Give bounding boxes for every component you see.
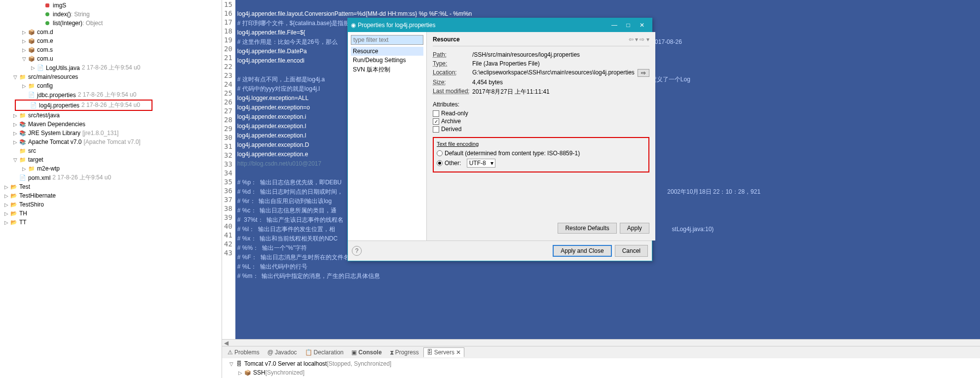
expand-arrow-icon[interactable]: ▷ bbox=[3, 184, 10, 190]
tree-item[interactable]: list(Integer) : Object bbox=[0, 19, 222, 28]
tab-declaration[interactable]: 📋 Declaration bbox=[302, 347, 347, 357]
file-icon: 📄 bbox=[19, 174, 27, 182]
bottom-tab-bar: ⚠ Problems @ Javadoc 📋 Declaration ▣ Con… bbox=[222, 346, 980, 358]
tree-item[interactable]: 📄pom.xml 2 17-8-26 上午9:54 u0 bbox=[0, 173, 222, 182]
nav-history[interactable]: ⇦ ▾ ⇨ ▾ bbox=[629, 36, 649, 43]
radio-default-encoding[interactable] bbox=[437, 150, 443, 156]
server-module-row[interactable]: ▷📦SSH [Synchronized] bbox=[226, 368, 976, 377]
help-icon[interactable]: ? bbox=[352, 246, 362, 256]
expand-arrow-icon[interactable]: ▷ bbox=[21, 38, 28, 44]
cancel-button[interactable]: Cancel bbox=[615, 245, 648, 257]
collapse-arrow-icon[interactable]: ▽ bbox=[228, 361, 235, 367]
filter-input[interactable] bbox=[351, 35, 423, 45]
package-icon: 📦 bbox=[28, 55, 36, 63]
tree-item-log4j[interactable]: 📄log4j.properties 2 17-8-26 上午9:54 u0 bbox=[17, 101, 151, 110]
expand-arrow-icon[interactable]: ▷ bbox=[3, 220, 10, 225]
project-explorer[interactable]: imgS index() : String list(Integer) : Ob… bbox=[0, 0, 222, 378]
expand-arrow-icon[interactable]: ▷ bbox=[3, 202, 10, 207]
dialog-title: Properties for log4j.properties bbox=[358, 22, 607, 29]
nav-resource[interactable]: Resource bbox=[351, 47, 423, 56]
tab-problems[interactable]: ⚠ Problems bbox=[224, 347, 263, 357]
package-icon: 📦 bbox=[28, 28, 36, 36]
apply-button[interactable]: Apply bbox=[620, 223, 649, 234]
close-button[interactable]: ✕ bbox=[635, 20, 649, 30]
attributes-heading: Attributes: bbox=[433, 101, 649, 108]
dialog-icon: ◉ bbox=[351, 22, 356, 29]
expand-arrow-icon[interactable]: ▷ bbox=[21, 166, 28, 172]
tree-item[interactable]: ▷📄LogUtils.java 2 17-8-26 上午9:54 u0 bbox=[0, 63, 222, 72]
checkbox-derived[interactable] bbox=[433, 126, 439, 133]
label-size: Size: bbox=[433, 79, 472, 86]
expand-arrow-icon[interactable]: ▷ bbox=[30, 65, 37, 70]
value-modified: 2017年8月27日 上午11:11:41 bbox=[472, 88, 649, 96]
nav-svn[interactable]: SVN 版本控制 bbox=[351, 65, 423, 75]
expand-arrow-icon[interactable]: ▷ bbox=[21, 30, 28, 35]
folder-icon: 📁 bbox=[19, 156, 27, 164]
tree-item[interactable]: ▽📦com.u bbox=[0, 54, 222, 63]
server-row[interactable]: ▽🗄Tomcat v7.0 Server at localhost [Stopp… bbox=[226, 359, 976, 368]
dialog-content: Resource ⇦ ▾ ⇨ ▾ Path:/SSH/src/main/reso… bbox=[427, 32, 655, 241]
dialog-titlebar[interactable]: ◉ Properties for log4j.properties — □ ✕ bbox=[348, 18, 652, 32]
tree-item[interactable]: ▷📦com.d bbox=[0, 28, 222, 36]
horizontal-scrollbar[interactable]: ◀ bbox=[222, 339, 980, 346]
minimize-button[interactable]: — bbox=[607, 20, 621, 30]
tree-item[interactable]: ▷📦com.e bbox=[0, 36, 222, 45]
tab-servers[interactable]: 🗄 Servers ✕ bbox=[423, 347, 464, 357]
folder-icon: 📁 bbox=[19, 147, 27, 155]
restore-defaults-button[interactable]: Restore Defaults bbox=[558, 223, 616, 234]
collapse-arrow-icon[interactable]: ▽ bbox=[12, 157, 19, 163]
tree-label: imgS bbox=[53, 2, 66, 9]
dialog-heading: Resource bbox=[433, 36, 629, 43]
expand-arrow-icon[interactable]: ▷ bbox=[237, 370, 244, 376]
tab-progress[interactable]: ⧗ Progress bbox=[386, 347, 422, 357]
nav-rundebug[interactable]: Run/Debug Settings bbox=[351, 56, 423, 65]
tree-item[interactable]: ▽📁src/main/resources bbox=[0, 72, 222, 81]
file-icon: 📄 bbox=[30, 102, 38, 109]
tree-item[interactable]: ▷📚Maven Dependencies bbox=[0, 120, 222, 129]
encoding-select[interactable]: UTF-8 ▾ bbox=[467, 159, 495, 168]
maximize-button[interactable]: □ bbox=[621, 20, 635, 30]
expand-arrow-icon[interactable]: ▷ bbox=[12, 131, 19, 136]
collapse-arrow-icon[interactable]: ▽ bbox=[21, 56, 28, 62]
checkbox-archive[interactable]: ✓ bbox=[433, 118, 439, 125]
tree-label: index() bbox=[53, 11, 71, 18]
apply-and-close-button[interactable]: Apply and Close bbox=[553, 245, 611, 257]
expand-arrow-icon[interactable]: ▷ bbox=[3, 211, 10, 216]
package-icon: 📦 bbox=[28, 37, 36, 45]
expand-arrow-icon[interactable]: ▷ bbox=[3, 193, 10, 199]
project-icon: 📂 bbox=[10, 218, 18, 226]
tree-item[interactable]: index() : String bbox=[0, 10, 222, 19]
dialog-nav: Resource Run/Debug Settings SVN 版本控制 bbox=[348, 32, 427, 241]
expand-arrow-icon[interactable]: ▷ bbox=[21, 47, 28, 53]
expand-arrow-icon[interactable]: ▷ bbox=[12, 139, 19, 145]
browse-button[interactable]: ⇨ bbox=[638, 69, 649, 77]
tree-item[interactable]: ▽📁target bbox=[0, 155, 222, 164]
tab-javadoc[interactable]: @ Javadoc bbox=[264, 347, 301, 357]
tree-item[interactable]: ▷📁src/test/java bbox=[0, 111, 222, 120]
tree-item[interactable]: ▷📂Test bbox=[0, 182, 222, 191]
tree-item[interactable]: ▷📦com.s bbox=[0, 45, 222, 54]
tree-item[interactable]: ▷📚JRE System Library [jre1.8.0_131] bbox=[0, 129, 222, 137]
expand-arrow-icon[interactable]: ▷ bbox=[12, 122, 19, 127]
tree-item[interactable]: ▷📂TT bbox=[0, 218, 222, 227]
servers-view[interactable]: ▽🗄Tomcat v7.0 Server at localhost [Stopp… bbox=[222, 358, 980, 378]
tree-item[interactable]: ▷📁m2e-wtp bbox=[0, 164, 222, 173]
tree-item[interactable]: ▷📂TH bbox=[0, 209, 222, 218]
tree-item[interactable]: 📁src bbox=[0, 146, 222, 155]
radio-other-encoding[interactable] bbox=[437, 160, 443, 166]
module-icon: 📦 bbox=[244, 369, 252, 377]
expand-arrow-icon[interactable]: ▷ bbox=[21, 83, 28, 89]
tree-item[interactable]: 📄jdbc.properties 2 17-8-26 上午9:54 u0 bbox=[0, 90, 222, 100]
tree-item[interactable]: ▷📂TestHibernate bbox=[0, 191, 222, 200]
project-icon: 📂 bbox=[10, 192, 18, 200]
tab-console[interactable]: ▣ Console bbox=[348, 347, 385, 357]
checkbox-readonly[interactable] bbox=[433, 110, 439, 117]
tree-item[interactable]: ▷📂TestShiro bbox=[0, 200, 222, 209]
tree-item[interactable]: ▷📚Apache Tomcat v7.0 [Apache Tomcat v7.0… bbox=[0, 137, 222, 146]
tree-item[interactable]: imgS bbox=[0, 1, 222, 10]
server-icon: 🗄 bbox=[235, 360, 243, 368]
line-gutter: 1516171819202122232425262728293031323334… bbox=[222, 0, 235, 339]
expand-arrow-icon[interactable]: ▷ bbox=[12, 113, 19, 118]
collapse-arrow-icon[interactable]: ▽ bbox=[12, 74, 19, 80]
tree-item[interactable]: ▷📁config bbox=[0, 81, 222, 90]
